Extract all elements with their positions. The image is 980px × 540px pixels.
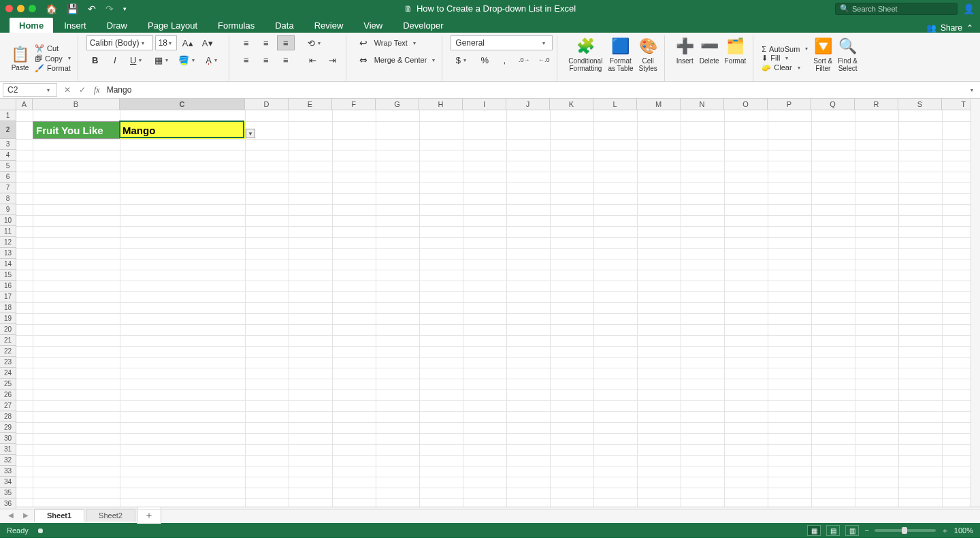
tab-data[interactable]: Data [265,18,303,33]
row-header-25[interactable]: 25 [0,379,16,390]
increase-decimal-button[interactable]: .0→ [515,52,533,67]
align-right-button[interactable]: ≡ [277,52,295,67]
cell-B2[interactable]: Fruit You Like [33,121,120,139]
col-header-G[interactable]: G [376,99,419,110]
row-header-29[interactable]: 29 [0,422,16,433]
format-painter-button[interactable]: 🖌️Format [35,64,74,73]
merge-center-button[interactable]: Merge & Center▾ [374,52,438,67]
name-box[interactable]: C2▾ [3,83,57,97]
row-header-14[interactable]: 14 [0,259,16,270]
tab-home[interactable]: Home [10,18,53,33]
zoom-out-icon[interactable]: − [864,526,868,535]
col-header-A[interactable]: A [16,99,33,110]
row-header-36[interactable]: 36 [0,498,16,509]
record-macro-icon[interactable]: ⏺ [37,526,44,535]
zoom-slider[interactable] [875,529,936,532]
spreadsheet-grid[interactable]: ABCDEFGHIJKLMNOPQRST 1234567891011121314… [0,99,980,507]
row-header-17[interactable]: 17 [0,291,16,302]
format-as-table-button[interactable]: 🟦Format as Table [605,35,636,81]
row-header-28[interactable]: 28 [0,411,16,422]
row-header-7[interactable]: 7 [0,182,16,193]
font-color-button[interactable]: A▾ [201,52,225,67]
tab-view[interactable]: View [354,18,392,33]
col-header-Q[interactable]: Q [811,99,855,110]
decrease-font-button[interactable]: A▾ [199,35,216,50]
row-header-10[interactable]: 10 [0,215,16,226]
collapse-ribbon-icon[interactable]: ⌃ [966,23,973,33]
currency-button[interactable]: $▾ [451,52,474,67]
decrease-decimal-button[interactable]: ←.0 [535,52,553,67]
row-header-1[interactable]: 1 [0,110,16,121]
close-window-icon[interactable] [5,5,13,12]
tab-developer[interactable]: Developer [393,18,453,33]
col-header-H[interactable]: H [419,99,463,110]
col-header-N[interactable]: N [681,99,724,110]
row-header-18[interactable]: 18 [0,302,16,313]
row-header-30[interactable]: 30 [0,433,16,444]
format-cells-button[interactable]: 🗂️Format [722,35,749,81]
redo-icon[interactable]: ↷ [105,3,114,14]
row-header-12[interactable]: 12 [0,237,16,248]
expand-formula-bar-icon[interactable]: ▾ [968,87,976,93]
number-format-combo[interactable]: General▾ [451,35,553,50]
align-bottom-button[interactable]: ≡ [277,35,295,50]
minimize-window-icon[interactable] [17,5,24,12]
prev-sheet-icon[interactable]: ◀ [4,511,18,519]
row-header-11[interactable]: 11 [0,226,16,237]
page-layout-view-icon[interactable]: ▤ [826,525,840,536]
normal-view-icon[interactable]: ▦ [807,525,821,536]
col-header-J[interactable]: J [506,99,550,110]
tab-review[interactable]: Review [305,18,353,33]
bold-button[interactable]: B [86,52,104,67]
col-header-I[interactable]: I [463,99,506,110]
col-header-F[interactable]: F [332,99,376,110]
fx-icon[interactable]: fx [94,85,100,95]
row-header-8[interactable]: 8 [0,193,16,204]
col-header-M[interactable]: M [637,99,681,110]
delete-cells-button[interactable]: ➖Delete [697,35,722,81]
fill-color-button[interactable]: 🪣▾ [176,52,199,67]
cells-grid[interactable]: Fruit You LikeMango▼ [16,110,980,507]
underline-button[interactable]: U▾ [126,52,149,67]
page-break-view-icon[interactable]: ▥ [845,525,859,536]
align-middle-button[interactable]: ≡ [257,35,275,50]
cell-styles-button[interactable]: 🎨Cell Styles [636,35,659,81]
zoom-in-icon[interactable]: ＋ [941,526,949,536]
autosum-button[interactable]: ΣAutoSum▾ [762,45,811,53]
row-header-21[interactable]: 21 [0,335,16,346]
row-header-26[interactable]: 26 [0,390,16,400]
col-header-R[interactable]: R [855,99,898,110]
col-header-C[interactable]: C [120,99,245,110]
sheet-tab-1[interactable]: Sheet1 [34,509,84,522]
col-header-B[interactable]: B [33,99,120,110]
sheet-tab-2[interactable]: Sheet2 [86,509,135,522]
italic-button[interactable]: I [106,52,124,67]
comma-button[interactable]: , [495,52,513,67]
enter-formula-icon[interactable]: ✓ [75,85,90,95]
tab-insert[interactable]: Insert [54,18,96,33]
row-header-32[interactable]: 32 [0,455,16,466]
cut-button[interactable]: ✂️Cut [35,44,74,53]
find-select-button[interactable]: 🔍Find & Select [835,35,860,81]
paste-button[interactable]: 📋 Paste [8,46,32,72]
borders-button[interactable]: ▦▾ [151,52,174,67]
clear-button[interactable]: 🧽Clear▾ [762,63,811,72]
orientation-button[interactable]: ⟲▾ [304,35,327,50]
row-header-9[interactable]: 9 [0,204,16,215]
tab-draw[interactable]: Draw [97,18,137,33]
align-center-button[interactable]: ≡ [257,52,275,67]
font-name-combo[interactable]: Calibri (Body)▾ [86,35,153,50]
row-header-35[interactable]: 35 [0,488,16,498]
col-header-S[interactable]: S [898,99,942,110]
col-header-E[interactable]: E [289,99,332,110]
save-icon[interactable]: 💾 [67,3,78,14]
increase-indent-button[interactable]: ⇥ [324,52,342,67]
row-header-16[interactable]: 16 [0,281,16,291]
search-sheet-input[interactable]: 🔍 Search Sheet [835,3,958,15]
tab-formulas[interactable]: Formulas [208,18,264,33]
align-left-button[interactable]: ≡ [238,52,255,67]
row-header-24[interactable]: 24 [0,368,16,379]
row-header-27[interactable]: 27 [0,400,16,411]
sort-filter-button[interactable]: 🔽Sort & Filter [811,35,835,81]
increase-font-button[interactable]: A▴ [179,35,197,50]
